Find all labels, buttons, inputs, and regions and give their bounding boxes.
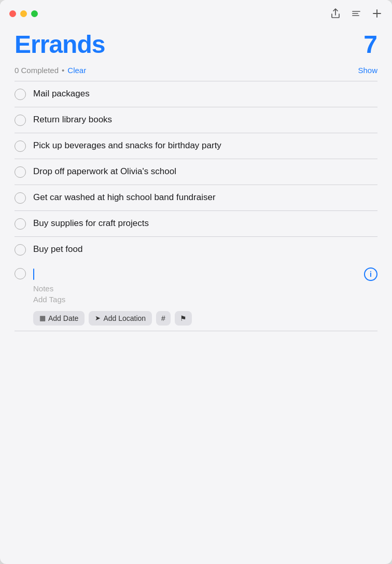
- todo-checkbox-1[interactable]: [15, 89, 26, 100]
- list-item: Drop off paperwork at Olivia's school: [15, 159, 377, 185]
- todo-text-1: Mail packages: [33, 88, 377, 100]
- todo-text-7: Buy pet food: [33, 244, 377, 256]
- list-item: Mail packages: [15, 81, 377, 107]
- list-count: 7: [363, 31, 377, 59]
- calendar-icon: ▦: [39, 314, 46, 322]
- location-icon: ➤: [95, 314, 101, 322]
- action-buttons: ▦ Add Date ➤ Add Location # ⚑: [33, 307, 377, 331]
- completed-row: 0 Completed • Clear Show: [15, 62, 377, 81]
- todo-list: Mail packages Return library books Pick …: [15, 81, 377, 262]
- new-item-area: i Notes Add Tags ▦ Add Date ➤ Add Locati…: [15, 262, 377, 331]
- traffic-lights: [9, 10, 38, 17]
- completed-count-text: 0 Completed: [15, 66, 59, 75]
- list-item: Return library books: [15, 107, 377, 133]
- titlebar: [0, 0, 392, 27]
- info-icon-button[interactable]: i: [364, 267, 377, 281]
- add-location-label: Add Location: [103, 314, 146, 322]
- list-icon[interactable]: [351, 8, 362, 19]
- main-content: Errands 7 0 Completed • Clear Show Mail …: [0, 27, 392, 564]
- todo-checkbox-5[interactable]: [15, 192, 26, 204]
- list-item: Pick up beverages and snacks for birthda…: [15, 133, 377, 159]
- todo-checkbox-4[interactable]: [15, 166, 26, 178]
- completed-separator: •: [62, 66, 64, 75]
- new-item-content: i Notes Add Tags ▦ Add Date ➤ Add Locati…: [33, 267, 377, 331]
- hash-label: #: [161, 314, 165, 322]
- new-item-checkbox[interactable]: [15, 268, 26, 279]
- todo-text-4: Drop off paperwork at Olivia's school: [33, 166, 377, 178]
- todo-checkbox-3[interactable]: [15, 140, 26, 152]
- add-location-button[interactable]: ➤ Add Location: [89, 311, 152, 326]
- clear-button[interactable]: Clear: [67, 66, 86, 75]
- list-header: Errands 7: [15, 27, 377, 59]
- list-title: Errands: [15, 31, 105, 59]
- show-button[interactable]: Show: [358, 66, 377, 75]
- todo-checkbox-7[interactable]: [15, 244, 26, 256]
- close-button[interactable]: [9, 10, 16, 17]
- share-icon[interactable]: [330, 8, 341, 19]
- todo-checkbox-2[interactable]: [15, 115, 26, 126]
- minimize-button[interactable]: [20, 10, 27, 17]
- text-cursor: [33, 269, 34, 280]
- new-item-row: i Notes Add Tags ▦ Add Date ➤ Add Locati…: [15, 262, 377, 331]
- todo-text-3: Pick up beverages and snacks for birthda…: [33, 140, 377, 152]
- notes-placeholder[interactable]: Notes: [33, 283, 377, 294]
- flag-icon: ⚑: [180, 314, 187, 322]
- todo-text-5: Get car washed at high school band fundr…: [33, 192, 377, 204]
- add-tag-button[interactable]: #: [156, 311, 171, 326]
- add-flag-button[interactable]: ⚑: [175, 311, 192, 326]
- todo-checkbox-6[interactable]: [15, 218, 26, 230]
- completed-left: 0 Completed • Clear: [15, 66, 86, 75]
- add-date-button[interactable]: ▦ Add Date: [33, 311, 85, 326]
- maximize-button[interactable]: [31, 10, 38, 17]
- info-icon: i: [370, 270, 372, 278]
- titlebar-actions: [330, 8, 383, 19]
- tags-placeholder[interactable]: Add Tags: [33, 294, 377, 307]
- todo-text-2: Return library books: [33, 114, 377, 126]
- new-item-input-line: i: [33, 267, 377, 283]
- app-window: Errands 7 0 Completed • Clear Show Mail …: [0, 0, 392, 564]
- list-item: Get car washed at high school band fundr…: [15, 185, 377, 211]
- add-date-label: Add Date: [48, 314, 78, 322]
- list-item: Buy supplies for craft projects: [15, 211, 377, 237]
- list-item: Buy pet food: [15, 237, 377, 262]
- todo-text-6: Buy supplies for craft projects: [33, 218, 377, 230]
- add-icon[interactable]: [371, 8, 383, 19]
